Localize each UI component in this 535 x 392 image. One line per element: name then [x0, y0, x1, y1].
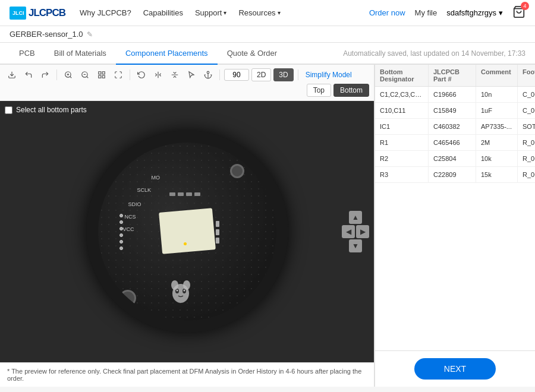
cell-footprint: SOT-23-5...: [518, 119, 535, 134]
ic-chip: [159, 208, 216, 254]
cell-designator: R2: [375, 151, 429, 166]
nav-menu: Why JLCPCB? Capabilities Support Resourc…: [80, 8, 369, 17]
top-view-button[interactable]: Top: [307, 84, 331, 97]
nav-arrows: ▲ ◀ ▶ ▼: [342, 211, 369, 252]
fit-button[interactable]: [95, 69, 109, 81]
mirror-h-button[interactable]: [151, 69, 165, 81]
nav-support[interactable]: Support: [195, 8, 227, 17]
sep2: [130, 69, 130, 80]
rotate-button[interactable]: [134, 69, 149, 81]
col-part: JLCPCB Part #: [429, 65, 476, 86]
cell-part: C465466: [429, 135, 476, 150]
view-2d-button[interactable]: 2D: [251, 68, 271, 81]
cell-footprint: C_0603_...: [518, 103, 535, 118]
header: JLCPCB JLCPCB Why JLCPCB? Capabilities S…: [0, 0, 535, 26]
table-row[interactable]: R2C2580410kR_0603_...: [375, 151, 535, 167]
cell-footprint: C_0603_...: [518, 87, 535, 102]
select-button[interactable]: [184, 69, 199, 81]
table-row[interactable]: IC1C460382AP7335-...SOT-23-5...: [375, 119, 535, 135]
svg-text:JLCPCB: JLCPCB: [12, 10, 24, 16]
undo-button[interactable]: [21, 69, 36, 81]
mascot-icon: [166, 277, 196, 306]
pan-up-button[interactable]: ▲: [349, 211, 362, 224]
next-area: NEXT: [375, 350, 535, 387]
pcb-circle: GND MO SCLK SDIO NCS VCC: [86, 131, 288, 333]
cart-button[interactable]: 4: [512, 5, 525, 20]
col-comment: Comment: [476, 65, 518, 86]
svg-line-4: [70, 77, 72, 78]
frame-button[interactable]: [111, 69, 125, 81]
order-now-link[interactable]: Order now: [369, 8, 405, 17]
auto-save-text: Automatically saved, last updated on 14 …: [343, 49, 525, 58]
tab-bom[interactable]: Bill of Materials: [45, 43, 116, 65]
nav-right: Order now My file sdafsftghzrgys ▾ 4: [369, 5, 525, 20]
footer-note: * The preview for reference only. Check …: [0, 362, 374, 387]
right-panel: Bottom Designator JLCPCB Part # Comment …: [374, 65, 535, 387]
pcb-view[interactable]: Select all bottom parts ▲ ◀ ▶ ▼ GND MO S: [0, 101, 374, 362]
label-vcc: VCC: [123, 226, 134, 232]
parts-table: C1,C2,C3,C6,C7,...C1966610nC_0603_...C10…: [375, 87, 535, 350]
user-menu[interactable]: sdafsftghzrgys ▾: [446, 8, 503, 17]
cell-part: C22809: [429, 167, 476, 182]
cell-designator: R3: [375, 167, 429, 182]
file-name: GERBER-sensor_1.0: [10, 30, 83, 39]
cell-comment: AP7335-...: [476, 119, 518, 134]
col-designator: Bottom Designator: [375, 65, 429, 86]
zoom-in-button[interactable]: [61, 69, 75, 81]
next-button[interactable]: NEXT: [414, 358, 496, 380]
select-all-checkbox[interactable]: [5, 106, 12, 114]
cell-comment: 10n: [476, 87, 518, 102]
pan-down-button[interactable]: ▼: [349, 239, 362, 252]
pin-dot: [119, 246, 123, 250]
svg-line-8: [87, 77, 89, 78]
angle-input[interactable]: [224, 69, 249, 81]
pan-right-button[interactable]: ▶: [356, 225, 369, 238]
edit-filename-icon[interactable]: ✎: [87, 30, 93, 39]
table-row[interactable]: C10,C11C158491uFC_0603_...: [375, 103, 535, 119]
svg-rect-12: [102, 75, 105, 78]
label-mo: MO: [152, 175, 160, 181]
view-3d-button[interactable]: 3D: [273, 68, 293, 81]
anchor-button[interactable]: [201, 69, 215, 81]
cell-part: C15849: [429, 103, 476, 118]
cell-footprint: R_0603_...: [518, 151, 535, 166]
sep1: [56, 69, 57, 80]
label-gnd: GND: [240, 155, 251, 161]
bottom-view-button[interactable]: Bottom: [333, 84, 369, 97]
file-row: GERBER-sensor_1.0 ✎: [0, 26, 535, 43]
tab-quote-order[interactable]: Quote & Order: [218, 43, 287, 65]
logo[interactable]: JLCPCB JLCPCB: [10, 7, 65, 20]
zoom-out-button[interactable]: [78, 69, 92, 81]
table-row[interactable]: R3C2280915kR_0603_...: [375, 167, 535, 183]
download-button[interactable]: [5, 69, 19, 81]
mounting-hole-bl: [119, 290, 136, 306]
tab-component-placements[interactable]: Component Placements: [116, 43, 218, 65]
pcb-inner: GND MO SCLK SDIO NCS VCC: [98, 143, 276, 321]
cell-footprint: R_0603_...: [518, 135, 535, 150]
cell-part: C25804: [429, 151, 476, 166]
nav-capabilities[interactable]: Capabilities: [143, 8, 183, 17]
table-row[interactable]: C1,C2,C3,C6,C7,...C1966610nC_0603_...: [375, 87, 535, 103]
pin-dot: [119, 220, 123, 224]
nav-resources[interactable]: Resources: [238, 8, 280, 17]
svg-rect-13: [99, 75, 101, 78]
svg-point-19: [176, 290, 178, 292]
cell-footprint: R_0603_...: [518, 167, 535, 182]
pan-left-button[interactable]: ◀: [342, 225, 355, 238]
nav-why[interactable]: Why JLCPCB?: [80, 8, 131, 17]
pin-dot: [119, 233, 123, 237]
table-row[interactable]: R1C4654662MR_0603_...: [375, 135, 535, 151]
select-all-label: Select all bottom parts: [16, 106, 87, 114]
mirror-v-button[interactable]: [168, 69, 182, 81]
logo-text: JLCPCB: [29, 7, 65, 19]
cell-designator: IC1: [375, 119, 429, 134]
tab-pcb[interactable]: PCB: [10, 43, 45, 65]
cell-comment: 15k: [476, 167, 518, 182]
pin-dot: [119, 240, 123, 244]
cell-part: C460382: [429, 119, 476, 134]
col-footprint: Footprint: [518, 65, 535, 86]
simplify-model-button[interactable]: Simplify Model: [303, 69, 355, 81]
my-file-link[interactable]: My file: [415, 8, 438, 17]
svg-point-20: [183, 290, 185, 292]
redo-button[interactable]: [38, 69, 52, 81]
